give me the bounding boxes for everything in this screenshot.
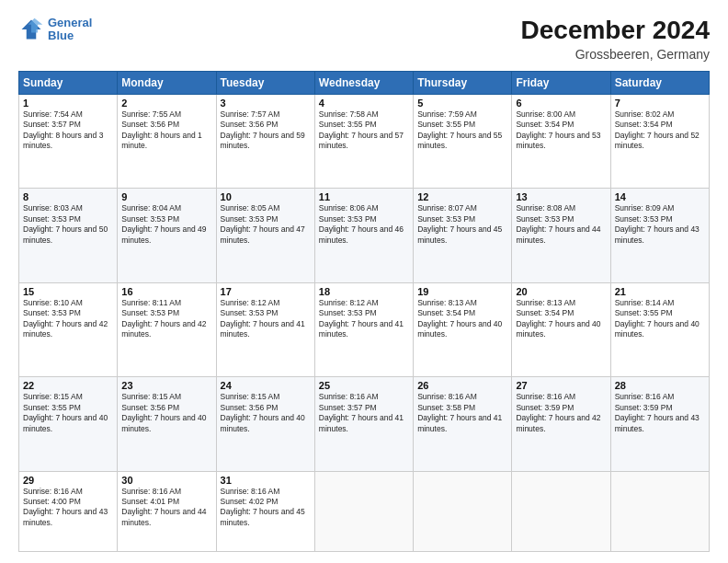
cell-content: Sunrise: 7:55 AM Sunset: 3:56 PM Dayligh… xyxy=(121,109,211,152)
title-block: December 2024 Grossbeeren, Germany xyxy=(521,17,710,62)
table-row: 5 Sunrise: 7:59 AM Sunset: 3:55 PM Dayli… xyxy=(414,94,512,188)
day-number: 17 xyxy=(221,286,311,297)
calendar-header-row: Sunday Monday Tuesday Wednesday Thursday… xyxy=(19,71,710,94)
col-tuesday: Tuesday xyxy=(216,71,314,94)
main-title: December 2024 xyxy=(521,17,710,45)
col-saturday: Saturday xyxy=(610,71,709,94)
table-row: 13 Sunrise: 8:08 AM Sunset: 3:53 PM Dayl… xyxy=(512,189,610,282)
col-friday: Friday xyxy=(512,71,610,94)
table-row: 12 Sunrise: 8:07 AM Sunset: 3:53 PM Dayl… xyxy=(414,189,512,282)
cell-content: Sunrise: 8:08 AM Sunset: 3:53 PM Dayligh… xyxy=(516,203,606,246)
cell-content: Sunrise: 8:06 AM Sunset: 3:53 PM Dayligh… xyxy=(319,203,409,246)
cell-content: Sunrise: 8:11 AM Sunset: 3:53 PM Dayligh… xyxy=(121,298,211,340)
cell-content: Sunrise: 8:15 AM Sunset: 3:55 PM Dayligh… xyxy=(23,392,113,434)
cell-content: Sunrise: 8:05 AM Sunset: 3:53 PM Dayligh… xyxy=(221,203,311,246)
cell-content: Sunrise: 8:02 AM Sunset: 3:54 PM Dayligh… xyxy=(615,109,705,152)
day-number: 23 xyxy=(121,380,211,391)
day-number: 27 xyxy=(516,380,606,391)
day-number: 16 xyxy=(121,286,211,297)
table-row: 14 Sunrise: 8:09 AM Sunset: 3:53 PM Dayl… xyxy=(610,189,709,282)
cell-content: Sunrise: 8:12 AM Sunset: 3:53 PM Dayligh… xyxy=(221,298,311,340)
table-row: 23 Sunrise: 8:15 AM Sunset: 3:56 PM Dayl… xyxy=(118,377,216,471)
day-number: 6 xyxy=(516,98,606,109)
logo-line2: Blue xyxy=(48,29,74,42)
logo: General Blue xyxy=(18,17,92,43)
table-row: 31 Sunrise: 8:16 AM Sunset: 4:02 PM Dayl… xyxy=(216,471,314,551)
day-number: 31 xyxy=(221,475,311,486)
table-row: 15 Sunrise: 8:10 AM Sunset: 3:53 PM Dayl… xyxy=(19,282,118,376)
cell-content: Sunrise: 8:09 AM Sunset: 3:53 PM Dayligh… xyxy=(615,203,705,246)
day-number: 3 xyxy=(221,98,311,109)
table-row: 25 Sunrise: 8:16 AM Sunset: 3:57 PM Dayl… xyxy=(314,377,413,471)
day-number: 15 xyxy=(23,286,113,297)
table-row: 27 Sunrise: 8:16 AM Sunset: 3:59 PM Dayl… xyxy=(512,377,610,471)
table-row xyxy=(512,471,610,551)
day-number: 13 xyxy=(516,191,606,202)
table-row: 18 Sunrise: 8:12 AM Sunset: 3:53 PM Dayl… xyxy=(314,282,413,376)
table-row xyxy=(610,471,709,551)
table-row: 10 Sunrise: 8:05 AM Sunset: 3:53 PM Dayl… xyxy=(216,189,314,282)
day-number: 5 xyxy=(417,98,507,109)
cell-content: Sunrise: 8:03 AM Sunset: 3:53 PM Dayligh… xyxy=(23,203,113,246)
subtitle: Grossbeeren, Germany xyxy=(521,47,710,62)
table-row: 6 Sunrise: 8:00 AM Sunset: 3:54 PM Dayli… xyxy=(512,94,610,188)
cell-content: Sunrise: 7:58 AM Sunset: 3:55 PM Dayligh… xyxy=(319,109,409,152)
cell-content: Sunrise: 8:16 AM Sunset: 4:02 PM Dayligh… xyxy=(221,487,311,529)
day-number: 28 xyxy=(615,380,705,391)
col-sunday: Sunday xyxy=(19,71,118,94)
table-row: 24 Sunrise: 8:15 AM Sunset: 3:56 PM Dayl… xyxy=(216,377,314,471)
table-row: 21 Sunrise: 8:14 AM Sunset: 3:55 PM Dayl… xyxy=(610,282,709,376)
cell-content: Sunrise: 8:16 AM Sunset: 3:59 PM Dayligh… xyxy=(615,392,705,434)
cell-content: Sunrise: 8:16 AM Sunset: 3:57 PM Dayligh… xyxy=(319,392,409,434)
day-number: 2 xyxy=(121,98,211,109)
table-row: 16 Sunrise: 8:11 AM Sunset: 3:53 PM Dayl… xyxy=(118,282,216,376)
table-row: 4 Sunrise: 7:58 AM Sunset: 3:55 PM Dayli… xyxy=(314,94,413,188)
day-number: 7 xyxy=(615,98,705,109)
day-number: 18 xyxy=(319,286,409,297)
calendar-table: Sunday Monday Tuesday Wednesday Thursday… xyxy=(18,71,710,552)
table-row: 7 Sunrise: 8:02 AM Sunset: 3:54 PM Dayli… xyxy=(610,94,709,188)
table-row: 17 Sunrise: 8:12 AM Sunset: 3:53 PM Dayl… xyxy=(216,282,314,376)
table-row: 1 Sunrise: 7:54 AM Sunset: 3:57 PM Dayli… xyxy=(19,94,118,188)
day-number: 22 xyxy=(23,380,113,391)
col-monday: Monday xyxy=(118,71,216,94)
cell-content: Sunrise: 8:04 AM Sunset: 3:53 PM Dayligh… xyxy=(121,203,211,246)
cell-content: Sunrise: 8:12 AM Sunset: 3:53 PM Dayligh… xyxy=(319,298,409,340)
col-wednesday: Wednesday xyxy=(314,71,413,94)
day-number: 10 xyxy=(221,191,311,202)
col-thursday: Thursday xyxy=(414,71,512,94)
day-number: 9 xyxy=(121,191,211,202)
table-row: 28 Sunrise: 8:16 AM Sunset: 3:59 PM Dayl… xyxy=(610,377,709,471)
day-number: 25 xyxy=(319,380,409,391)
cell-content: Sunrise: 7:57 AM Sunset: 3:56 PM Dayligh… xyxy=(221,109,311,152)
table-row: 8 Sunrise: 8:03 AM Sunset: 3:53 PM Dayli… xyxy=(19,189,118,282)
table-row: 29 Sunrise: 8:16 AM Sunset: 4:00 PM Dayl… xyxy=(19,471,118,551)
cell-content: Sunrise: 8:15 AM Sunset: 3:56 PM Dayligh… xyxy=(121,392,211,434)
table-row: 2 Sunrise: 7:55 AM Sunset: 3:56 PM Dayli… xyxy=(118,94,216,188)
page: General Blue December 2024 Grossbeeren, … xyxy=(0,0,728,563)
day-number: 19 xyxy=(417,286,507,297)
logo-line1: General xyxy=(48,16,92,29)
day-number: 11 xyxy=(319,191,409,202)
day-number: 21 xyxy=(615,286,705,297)
cell-content: Sunrise: 8:16 AM Sunset: 4:00 PM Dayligh… xyxy=(23,487,113,529)
table-row: 9 Sunrise: 8:04 AM Sunset: 3:53 PM Dayli… xyxy=(118,189,216,282)
day-number: 4 xyxy=(319,98,409,109)
header: General Blue December 2024 Grossbeeren, … xyxy=(18,17,710,62)
day-number: 12 xyxy=(417,191,507,202)
cell-content: Sunrise: 8:13 AM Sunset: 3:54 PM Dayligh… xyxy=(516,298,606,340)
cell-content: Sunrise: 8:13 AM Sunset: 3:54 PM Dayligh… xyxy=(417,298,507,340)
day-number: 26 xyxy=(417,380,507,391)
day-number: 8 xyxy=(23,191,113,202)
day-number: 24 xyxy=(221,380,311,391)
logo-icon xyxy=(18,17,44,42)
table-row: 22 Sunrise: 8:15 AM Sunset: 3:55 PM Dayl… xyxy=(19,377,118,471)
cell-content: Sunrise: 8:10 AM Sunset: 3:53 PM Dayligh… xyxy=(23,298,113,340)
cell-content: Sunrise: 8:16 AM Sunset: 4:01 PM Dayligh… xyxy=(121,487,211,529)
table-row xyxy=(414,471,512,551)
day-number: 1 xyxy=(23,98,113,109)
cell-content: Sunrise: 8:14 AM Sunset: 3:55 PM Dayligh… xyxy=(615,298,705,340)
table-row: 11 Sunrise: 8:06 AM Sunset: 3:53 PM Dayl… xyxy=(314,189,413,282)
day-number: 14 xyxy=(615,191,705,202)
day-number: 29 xyxy=(23,475,113,486)
